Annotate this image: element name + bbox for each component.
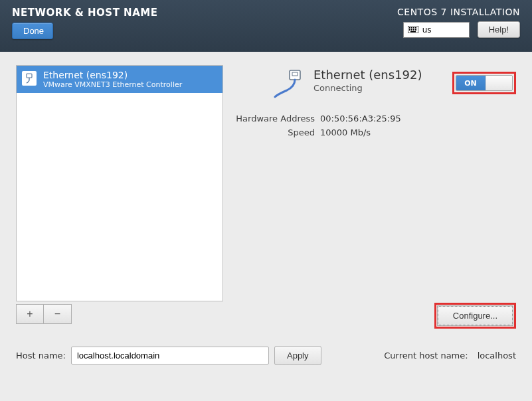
remove-interface-button[interactable]: − [44, 304, 72, 324]
configure-highlight: Configure... [434, 303, 516, 329]
speed-label: Speed [235, 127, 315, 137]
interface-item-name: Ethernet (ens192) [43, 70, 182, 80]
ethernet-plug-icon [274, 69, 306, 100]
svg-rect-11 [290, 70, 300, 80]
svg-rect-9 [410, 31, 416, 33]
current-hostname-label: Current host name: [384, 351, 468, 361]
svg-rect-6 [411, 29, 412, 31]
current-hostname-value: localhost [478, 351, 516, 361]
svg-rect-5 [409, 29, 410, 31]
content-area: Ethernet (ens192) VMware VMXNET3 Etherne… [0, 52, 532, 337]
svg-rect-8 [415, 29, 416, 31]
svg-rect-4 [415, 27, 416, 29]
add-interface-button[interactable]: + [16, 304, 44, 324]
toggle-on-label: ON [456, 76, 486, 90]
toggle-highlight: ON [452, 72, 516, 94]
header-right: CENTOS 7 INSTALLATION us Help! [397, 7, 520, 45]
hostname-left: Host name: Apply [16, 346, 321, 365]
svg-rect-1 [409, 27, 410, 29]
svg-rect-10 [27, 74, 32, 78]
svg-rect-3 [413, 27, 414, 29]
speed-value: 10000 Mb/s [320, 127, 516, 137]
detail-status: Connecting [313, 83, 422, 93]
installation-title: CENTOS 7 INSTALLATION [397, 7, 520, 17]
hostname-input[interactable] [71, 347, 269, 364]
hostname-label: Host name: [16, 351, 66, 361]
keyboard-icon [408, 26, 418, 33]
interface-detail: Ethernet (ens192) Connecting ON Hardware… [235, 65, 516, 324]
svg-rect-2 [411, 27, 412, 29]
interface-item-subtitle: VMware VMXNET3 Ethernet Controller [43, 80, 182, 89]
interface-list-buttons: + − [16, 304, 223, 324]
interface-item-texts: Ethernet (ens192) VMware VMXNET3 Etherne… [43, 70, 182, 89]
hw-address-value: 00:50:56:A3:25:95 [320, 114, 516, 123]
interface-toggle[interactable]: ON [456, 75, 513, 91]
interface-panel: Ethernet (ens192) VMware VMXNET3 Etherne… [16, 65, 223, 324]
header-left: NETWORK & HOST NAME Done [12, 7, 157, 45]
apply-button[interactable]: Apply [274, 346, 321, 365]
done-button[interactable]: Done [12, 23, 53, 39]
help-button[interactable]: Help! [478, 21, 520, 38]
header-controls: us Help! [403, 21, 520, 38]
keyboard-layout-text: us [422, 25, 432, 35]
page-title: NETWORK & HOST NAME [12, 7, 157, 19]
current-hostname: Current host name: localhost [384, 351, 516, 361]
hw-address-label: Hardware Address [235, 114, 315, 123]
interface-list-item[interactable]: Ethernet (ens192) VMware VMXNET3 Etherne… [17, 66, 222, 93]
interface-list[interactable]: Ethernet (ens192) VMware VMXNET3 Etherne… [16, 65, 223, 301]
interface-info-grid: Hardware Address 00:50:56:A3:25:95 Speed… [235, 114, 516, 137]
configure-button[interactable]: Configure... [438, 306, 513, 325]
svg-rect-7 [413, 29, 414, 31]
detail-interface-name: Ethernet (ens192) [313, 68, 422, 82]
keyboard-indicator[interactable]: us [403, 22, 470, 38]
detail-texts: Ethernet (ens192) Connecting [313, 68, 422, 93]
ethernet-icon [22, 71, 37, 86]
toggle-knob [486, 76, 512, 90]
header-bar: NETWORK & HOST NAME Done CENTOS 7 INSTAL… [0, 0, 532, 52]
hostname-row: Host name: Apply Current host name: loca… [16, 346, 516, 365]
